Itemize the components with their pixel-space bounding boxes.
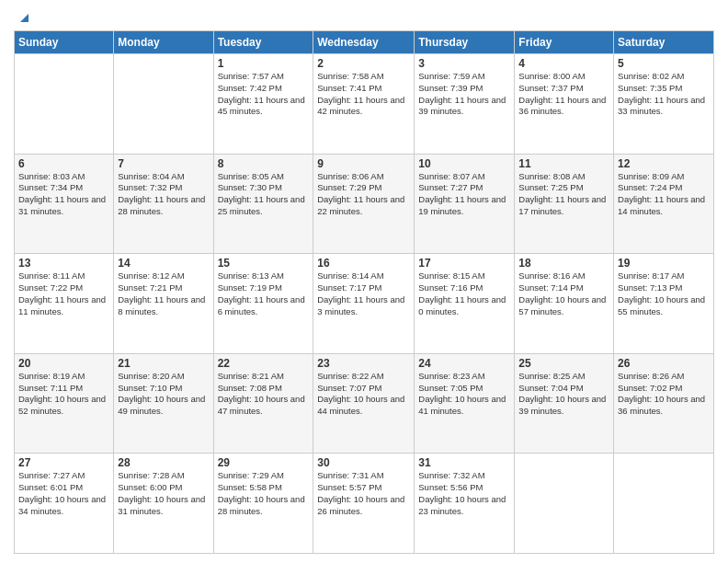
day-number: 10	[418, 157, 510, 170]
header	[14, 9, 714, 23]
calendar-cell: 4Sunrise: 8:00 AM Sunset: 7:37 PM Daylig…	[515, 54, 614, 155]
calendar-cell: 23Sunrise: 8:22 AM Sunset: 7:07 PM Dayli…	[313, 353, 415, 454]
calendar-cell: 20Sunrise: 8:19 AM Sunset: 7:11 PM Dayli…	[15, 353, 114, 454]
day-info: Sunrise: 7:59 AM Sunset: 7:39 PM Dayligh…	[418, 71, 510, 118]
calendar-cell: 1Sunrise: 7:57 AM Sunset: 7:42 PM Daylig…	[213, 54, 313, 155]
day-info: Sunrise: 8:11 AM Sunset: 7:22 PM Dayligh…	[18, 270, 109, 317]
calendar-cell: 2Sunrise: 7:58 AM Sunset: 7:41 PM Daylig…	[313, 54, 415, 155]
calendar-cell: 28Sunrise: 7:28 AM Sunset: 6:00 PM Dayli…	[114, 454, 213, 554]
day-info: Sunrise: 8:06 AM Sunset: 7:29 PM Dayligh…	[317, 171, 410, 218]
day-info: Sunrise: 8:16 AM Sunset: 7:14 PM Dayligh…	[518, 270, 609, 317]
day-number: 14	[118, 257, 209, 270]
weekday-header-friday: Friday	[515, 31, 614, 54]
day-info: Sunrise: 8:04 AM Sunset: 7:32 PM Dayligh…	[118, 171, 209, 218]
day-info: Sunrise: 8:12 AM Sunset: 7:21 PM Dayligh…	[118, 270, 209, 317]
day-number: 26	[618, 357, 710, 370]
day-info: Sunrise: 8:02 AM Sunset: 7:35 PM Dayligh…	[618, 71, 710, 118]
day-info: Sunrise: 8:13 AM Sunset: 7:19 PM Dayligh…	[218, 270, 310, 317]
calendar-cell: 15Sunrise: 8:13 AM Sunset: 7:19 PM Dayli…	[213, 254, 313, 354]
day-info: Sunrise: 8:15 AM Sunset: 7:16 PM Dayligh…	[418, 270, 510, 317]
day-info: Sunrise: 8:21 AM Sunset: 7:08 PM Dayligh…	[218, 371, 310, 418]
day-info: Sunrise: 8:20 AM Sunset: 7:10 PM Dayligh…	[118, 371, 209, 418]
day-info: Sunrise: 8:03 AM Sunset: 7:34 PM Dayligh…	[18, 171, 109, 218]
calendar-cell: 11Sunrise: 8:08 AM Sunset: 7:25 PM Dayli…	[515, 154, 614, 254]
day-info: Sunrise: 8:07 AM Sunset: 7:27 PM Dayligh…	[418, 171, 510, 218]
calendar-cell: 21Sunrise: 8:20 AM Sunset: 7:10 PM Dayli…	[114, 353, 213, 454]
day-info: Sunrise: 7:58 AM Sunset: 7:41 PM Dayligh…	[317, 71, 410, 118]
day-number: 13	[18, 257, 109, 270]
day-number: 19	[618, 257, 710, 270]
calendar-cell: 12Sunrise: 8:09 AM Sunset: 7:24 PM Dayli…	[614, 154, 714, 254]
calendar-cell: 17Sunrise: 8:15 AM Sunset: 7:16 PM Dayli…	[415, 254, 515, 354]
weekday-header-row: SundayMondayTuesdayWednesdayThursdayFrid…	[15, 31, 714, 54]
calendar-cell: 30Sunrise: 7:31 AM Sunset: 5:57 PM Dayli…	[313, 454, 415, 554]
calendar-cell: 3Sunrise: 7:59 AM Sunset: 7:39 PM Daylig…	[415, 54, 515, 155]
calendar-cell: 7Sunrise: 8:04 AM Sunset: 7:32 PM Daylig…	[114, 154, 213, 254]
calendar-cell: 24Sunrise: 8:23 AM Sunset: 7:05 PM Dayli…	[415, 353, 515, 454]
page: SundayMondayTuesdayWednesdayThursdayFrid…	[0, 0, 728, 563]
day-number: 28	[118, 456, 209, 469]
day-number: 24	[418, 357, 510, 370]
day-info: Sunrise: 7:27 AM Sunset: 6:01 PM Dayligh…	[18, 470, 109, 517]
weekday-header-wednesday: Wednesday	[313, 31, 415, 54]
calendar-cell	[15, 54, 114, 155]
calendar-cell: 31Sunrise: 7:32 AM Sunset: 5:56 PM Dayli…	[415, 454, 515, 554]
day-number: 7	[118, 157, 209, 170]
calendar-cell: 10Sunrise: 8:07 AM Sunset: 7:27 PM Dayli…	[415, 154, 515, 254]
calendar-body: 1Sunrise: 7:57 AM Sunset: 7:42 PM Daylig…	[15, 54, 714, 554]
day-number: 11	[518, 157, 609, 170]
calendar-week-row: 13Sunrise: 8:11 AM Sunset: 7:22 PM Dayli…	[15, 254, 714, 354]
day-info: Sunrise: 8:17 AM Sunset: 7:13 PM Dayligh…	[618, 270, 710, 317]
day-info: Sunrise: 8:14 AM Sunset: 7:17 PM Dayligh…	[317, 270, 410, 317]
day-number: 17	[418, 257, 510, 270]
calendar-cell: 22Sunrise: 8:21 AM Sunset: 7:08 PM Dayli…	[213, 353, 313, 454]
calendar-cell: 26Sunrise: 8:26 AM Sunset: 7:02 PM Dayli…	[614, 353, 714, 454]
day-info: Sunrise: 8:09 AM Sunset: 7:24 PM Dayligh…	[618, 171, 710, 218]
calendar-week-row: 20Sunrise: 8:19 AM Sunset: 7:11 PM Dayli…	[15, 353, 714, 454]
calendar-cell	[614, 454, 714, 554]
weekday-header-thursday: Thursday	[415, 31, 515, 54]
calendar-cell: 6Sunrise: 8:03 AM Sunset: 7:34 PM Daylig…	[15, 154, 114, 254]
day-info: Sunrise: 7:28 AM Sunset: 6:00 PM Dayligh…	[118, 470, 209, 517]
day-info: Sunrise: 8:05 AM Sunset: 7:30 PM Dayligh…	[218, 171, 310, 218]
calendar-cell: 16Sunrise: 8:14 AM Sunset: 7:17 PM Dayli…	[313, 254, 415, 354]
calendar-cell: 14Sunrise: 8:12 AM Sunset: 7:21 PM Dayli…	[114, 254, 213, 354]
day-number: 22	[218, 357, 310, 370]
day-number: 18	[518, 257, 609, 270]
day-number: 8	[218, 157, 310, 170]
day-number: 31	[418, 456, 510, 469]
weekday-header-sunday: Sunday	[15, 31, 114, 54]
day-number: 15	[218, 257, 310, 270]
weekday-header-saturday: Saturday	[614, 31, 714, 54]
calendar-cell: 9Sunrise: 8:06 AM Sunset: 7:29 PM Daylig…	[313, 154, 415, 254]
day-number: 21	[118, 357, 209, 370]
day-info: Sunrise: 8:25 AM Sunset: 7:04 PM Dayligh…	[518, 371, 609, 418]
calendar-cell: 5Sunrise: 8:02 AM Sunset: 7:35 PM Daylig…	[614, 54, 714, 155]
day-number: 16	[317, 257, 410, 270]
day-number: 30	[317, 456, 410, 469]
day-number: 25	[518, 357, 609, 370]
day-number: 27	[18, 456, 109, 469]
calendar-cell	[114, 54, 213, 155]
calendar-cell: 29Sunrise: 7:29 AM Sunset: 5:58 PM Dayli…	[213, 454, 313, 554]
logo-triangle-icon	[16, 9, 32, 26]
day-number: 2	[317, 57, 410, 70]
weekday-header-monday: Monday	[114, 31, 213, 54]
day-number: 3	[418, 57, 510, 70]
day-info: Sunrise: 8:26 AM Sunset: 7:02 PM Dayligh…	[618, 371, 710, 418]
day-number: 20	[18, 357, 109, 370]
day-number: 1	[218, 57, 310, 70]
day-info: Sunrise: 7:29 AM Sunset: 5:58 PM Dayligh…	[218, 470, 310, 517]
calendar-table: SundayMondayTuesdayWednesdayThursdayFrid…	[14, 30, 714, 554]
day-number: 6	[18, 157, 109, 170]
day-number: 23	[317, 357, 410, 370]
day-info: Sunrise: 8:08 AM Sunset: 7:25 PM Dayligh…	[518, 171, 609, 218]
calendar-week-row: 1Sunrise: 7:57 AM Sunset: 7:42 PM Daylig…	[15, 54, 714, 155]
day-info: Sunrise: 7:32 AM Sunset: 5:56 PM Dayligh…	[418, 470, 510, 517]
calendar-cell: 8Sunrise: 8:05 AM Sunset: 7:30 PM Daylig…	[213, 154, 313, 254]
calendar-cell: 25Sunrise: 8:25 AM Sunset: 7:04 PM Dayli…	[515, 353, 614, 454]
calendar-cell: 19Sunrise: 8:17 AM Sunset: 7:13 PM Dayli…	[614, 254, 714, 354]
day-info: Sunrise: 8:22 AM Sunset: 7:07 PM Dayligh…	[317, 371, 410, 418]
day-info: Sunrise: 7:57 AM Sunset: 7:42 PM Dayligh…	[218, 71, 310, 118]
day-info: Sunrise: 8:00 AM Sunset: 7:37 PM Dayligh…	[518, 71, 609, 118]
